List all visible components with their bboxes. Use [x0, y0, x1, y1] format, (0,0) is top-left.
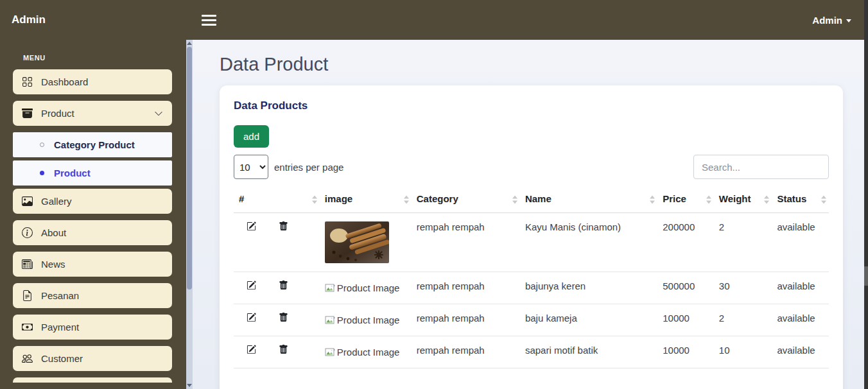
broken-image-icon	[325, 316, 336, 325]
sidebar-item-label: Customer	[41, 353, 83, 364]
caret-down-icon	[846, 19, 851, 22]
chevron-down-icon	[154, 109, 163, 118]
info-circle-icon	[22, 227, 33, 238]
grid-icon	[22, 76, 33, 87]
broken-image-icon	[325, 348, 336, 357]
column-header-name[interactable]: Name	[520, 187, 657, 213]
entries-per-page-select[interactable]: 10	[234, 155, 268, 179]
column-header-price[interactable]: Price	[657, 187, 714, 213]
box-icon	[22, 108, 33, 119]
sidebar-subitem-label: Product	[54, 168, 91, 178]
sidebar-item-label: Product	[41, 108, 74, 119]
hamburger-menu-icon[interactable]	[202, 12, 217, 28]
sidebar-subitem-product[interactable]: Product	[13, 160, 172, 186]
entries-per-page-label: entries per page	[274, 162, 343, 173]
sidebar-item-pesanan[interactable]: Pesanan	[13, 283, 172, 308]
status-cell: available	[772, 213, 829, 272]
bullet-icon	[40, 171, 44, 175]
page-scrollbar[interactable]	[864, 0, 868, 389]
edit-icon[interactable]	[247, 221, 256, 231]
category-cell: rempah rempah	[412, 336, 520, 368]
price-cell: 200000	[657, 213, 714, 272]
sidebar-item-customer[interactable]: Customer	[13, 346, 172, 371]
bullet-icon	[40, 143, 44, 147]
image-alt-text: Product Image	[337, 315, 400, 325]
delete-icon[interactable]	[279, 221, 288, 231]
sidebar-item-payment[interactable]: Payment	[13, 315, 172, 340]
sort-arrows-icon[interactable]	[404, 195, 409, 203]
sort-arrows-icon[interactable]	[706, 195, 711, 203]
edit-icon[interactable]	[247, 281, 256, 290]
category-cell: rempah rempah	[412, 272, 520, 304]
sidebar-item-label: Pesanan	[41, 290, 79, 301]
column-header-image[interactable]: image	[320, 187, 412, 213]
scroll-down-arrow-icon[interactable]	[187, 384, 192, 387]
status-cell: available	[772, 336, 829, 368]
sidebar-item-label: About	[41, 227, 66, 238]
search-input[interactable]	[693, 155, 829, 179]
products-table: # image Category Name Price Weight Statu…	[234, 187, 829, 368]
weight-cell: 2	[714, 213, 772, 272]
column-header-weight[interactable]: Weight	[714, 187, 772, 213]
delete-icon[interactable]	[279, 313, 288, 322]
sort-arrows-icon[interactable]	[650, 195, 655, 203]
price-cell: 10000	[657, 304, 714, 336]
column-header-status[interactable]: Status	[772, 187, 829, 213]
weight-cell: 10	[714, 336, 772, 368]
menu-section-label: MENU	[23, 54, 186, 62]
delete-icon[interactable]	[279, 281, 288, 290]
table-row: rempah rempah Kayu Manis (cinamon) 20000…	[234, 213, 829, 272]
scroll-up-arrow-icon[interactable]	[187, 42, 192, 45]
name-cell: sapari motif batik	[520, 336, 657, 368]
category-cell: rempah rempah	[412, 304, 520, 336]
sidebar-subitem-category-product[interactable]: Category Product	[13, 132, 172, 157]
column-header-index[interactable]: #	[234, 187, 320, 213]
sort-arrows-icon[interactable]	[512, 195, 517, 203]
sidebar-scrollbar[interactable]	[186, 40, 193, 389]
name-cell: Kayu Manis (cinamon)	[520, 213, 657, 272]
sidebar-item-gallery[interactable]: Gallery	[13, 189, 172, 214]
file-text-icon	[22, 290, 33, 301]
sidebar-item-label: Payment	[41, 322, 79, 333]
sidebar: MENU Dashboard Product Category Product …	[0, 40, 186, 389]
edit-icon[interactable]	[247, 345, 256, 354]
card-title: Data Products	[234, 99, 829, 112]
main-content: Data Product Data Products add 10 entrie…	[193, 40, 868, 389]
weight-cell: 2	[714, 304, 772, 336]
sidebar-subitem-label: Category Product	[54, 139, 135, 150]
table-header-row: # image Category Name Price Weight Statu…	[234, 187, 829, 213]
name-cell: baju kameja	[520, 304, 657, 336]
table-row: Product Image rempah rempah bajunya kere…	[234, 272, 829, 304]
sidebar-item-partial[interactable]	[13, 377, 172, 383]
sidebar-item-label: Dashboard	[41, 76, 88, 87]
brand-title: Admin	[0, 13, 190, 26]
sidebar-item-label: Gallery	[41, 196, 72, 207]
edit-icon[interactable]	[247, 313, 256, 322]
sidebar-item-label: News	[41, 259, 65, 270]
sidebar-item-dashboard[interactable]: Dashboard	[13, 69, 172, 94]
sort-arrows-icon[interactable]	[764, 195, 769, 203]
image-alt-text: Product Image	[337, 347, 400, 358]
product-photo-cinnamon	[325, 221, 389, 263]
category-cell: rempah rempah	[412, 213, 520, 272]
newspaper-icon	[22, 259, 33, 270]
add-button[interactable]: add	[234, 125, 269, 148]
weight-cell: 30	[714, 272, 772, 304]
user-dropdown-label: Admin	[812, 15, 842, 26]
sort-arrows-icon[interactable]	[821, 195, 826, 203]
price-cell: 500000	[657, 272, 714, 304]
delete-icon[interactable]	[279, 345, 288, 354]
scrollbar-thumb[interactable]	[187, 47, 192, 290]
people-icon	[22, 353, 33, 364]
sort-arrows-icon[interactable]	[312, 195, 317, 203]
data-products-card: Data Products add 10 entries per page	[220, 85, 843, 389]
user-dropdown[interactable]: Admin	[812, 15, 851, 26]
page-title: Data Product	[220, 54, 843, 75]
status-cell: available	[772, 272, 829, 304]
sidebar-item-product-parent[interactable]: Product	[13, 101, 172, 126]
column-header-category[interactable]: Category	[412, 187, 520, 213]
table-row: Product Image rempah rempah baju kameja …	[234, 304, 829, 336]
scrollbar-thumb[interactable]	[864, 266, 868, 286]
sidebar-item-about[interactable]: About	[13, 220, 172, 245]
sidebar-item-news[interactable]: News	[13, 252, 172, 277]
